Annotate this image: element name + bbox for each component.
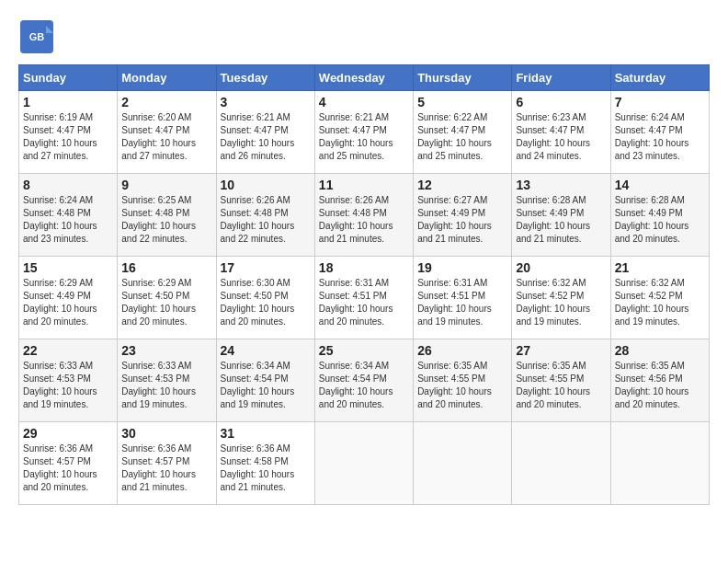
calendar-cell: 22Sunrise: 6:33 AM Sunset: 4:53 PM Dayli… bbox=[19, 339, 118, 422]
calendar-cell: 4Sunrise: 6:21 AM Sunset: 4:47 PM Daylig… bbox=[314, 91, 413, 174]
day-number: 24 bbox=[221, 343, 311, 358]
day-number: 30 bbox=[121, 426, 211, 441]
calendar-week-row: 22Sunrise: 6:33 AM Sunset: 4:53 PM Dayli… bbox=[19, 339, 710, 422]
day-info: Sunrise: 6:29 AM Sunset: 4:49 PM Dayligh… bbox=[23, 277, 113, 328]
day-number: 2 bbox=[121, 95, 211, 109]
calendar-cell: 20Sunrise: 6:32 AM Sunset: 4:52 PM Dayli… bbox=[512, 257, 610, 339]
day-number: 18 bbox=[319, 260, 409, 275]
day-info: Sunrise: 6:26 AM Sunset: 4:48 PM Dayligh… bbox=[221, 194, 311, 246]
calendar-cell: 3Sunrise: 6:21 AM Sunset: 4:47 PM Daylig… bbox=[216, 91, 314, 174]
day-info: Sunrise: 6:29 AM Sunset: 4:50 PM Dayligh… bbox=[121, 277, 211, 328]
logo-icon: GB bbox=[18, 18, 55, 55]
day-info: Sunrise: 6:24 AM Sunset: 4:47 PM Dayligh… bbox=[615, 111, 705, 163]
weekday-header: Friday bbox=[512, 65, 610, 91]
day-info: Sunrise: 6:32 AM Sunset: 4:52 PM Dayligh… bbox=[615, 277, 705, 328]
calendar-cell: 5Sunrise: 6:22 AM Sunset: 4:47 PM Daylig… bbox=[414, 91, 512, 174]
day-number: 31 bbox=[221, 426, 311, 441]
day-number: 14 bbox=[615, 178, 705, 192]
calendar-cell: 19Sunrise: 6:31 AM Sunset: 4:51 PM Dayli… bbox=[414, 257, 512, 339]
calendar-cell: 21Sunrise: 6:32 AM Sunset: 4:52 PM Dayli… bbox=[610, 257, 709, 339]
calendar-cell: 8Sunrise: 6:24 AM Sunset: 4:48 PM Daylig… bbox=[19, 174, 118, 257]
day-info: Sunrise: 6:35 AM Sunset: 4:55 PM Dayligh… bbox=[516, 360, 606, 411]
calendar-week-row: 29Sunrise: 6:36 AM Sunset: 4:57 PM Dayli… bbox=[19, 422, 710, 505]
calendar-cell: 16Sunrise: 6:29 AM Sunset: 4:50 PM Dayli… bbox=[118, 257, 216, 339]
calendar-cell: 12Sunrise: 6:27 AM Sunset: 4:49 PM Dayli… bbox=[414, 174, 512, 257]
day-number: 9 bbox=[121, 178, 211, 192]
day-info: Sunrise: 6:25 AM Sunset: 4:48 PM Dayligh… bbox=[121, 194, 211, 246]
calendar-body: 1Sunrise: 6:19 AM Sunset: 4:47 PM Daylig… bbox=[19, 91, 710, 505]
weekday-header: Tuesday bbox=[216, 65, 314, 91]
day-info: Sunrise: 6:19 AM Sunset: 4:47 PM Dayligh… bbox=[23, 111, 113, 163]
calendar-cell: 29Sunrise: 6:36 AM Sunset: 4:57 PM Dayli… bbox=[19, 422, 118, 505]
day-number: 19 bbox=[417, 260, 507, 275]
calendar-week-row: 1Sunrise: 6:19 AM Sunset: 4:47 PM Daylig… bbox=[19, 91, 710, 174]
calendar-week-row: 8Sunrise: 6:24 AM Sunset: 4:48 PM Daylig… bbox=[19, 174, 710, 257]
calendar-cell: 23Sunrise: 6:33 AM Sunset: 4:53 PM Dayli… bbox=[118, 339, 216, 422]
day-info: Sunrise: 6:36 AM Sunset: 4:57 PM Dayligh… bbox=[121, 442, 211, 494]
calendar-cell: 1Sunrise: 6:19 AM Sunset: 4:47 PM Daylig… bbox=[19, 91, 118, 174]
day-info: Sunrise: 6:35 AM Sunset: 4:55 PM Dayligh… bbox=[417, 360, 507, 411]
logo: GB bbox=[18, 18, 61, 55]
calendar-cell: 10Sunrise: 6:26 AM Sunset: 4:48 PM Dayli… bbox=[216, 174, 314, 257]
day-number: 21 bbox=[615, 260, 705, 275]
calendar-cell: 7Sunrise: 6:24 AM Sunset: 4:47 PM Daylig… bbox=[610, 91, 709, 174]
day-number: 20 bbox=[516, 260, 606, 275]
day-info: Sunrise: 6:32 AM Sunset: 4:52 PM Dayligh… bbox=[516, 277, 606, 328]
day-number: 22 bbox=[23, 343, 113, 358]
day-info: Sunrise: 6:36 AM Sunset: 4:57 PM Dayligh… bbox=[23, 442, 113, 494]
calendar-cell: 30Sunrise: 6:36 AM Sunset: 4:57 PM Dayli… bbox=[118, 422, 216, 505]
weekday-header: Sunday bbox=[19, 65, 118, 91]
calendar-cell bbox=[414, 422, 512, 505]
day-number: 10 bbox=[221, 178, 311, 192]
weekday-row: SundayMondayTuesdayWednesdayThursdayFrid… bbox=[19, 65, 710, 91]
day-number: 11 bbox=[319, 178, 409, 192]
day-number: 25 bbox=[319, 343, 409, 358]
calendar-cell: 2Sunrise: 6:20 AM Sunset: 4:47 PM Daylig… bbox=[118, 91, 216, 174]
day-number: 5 bbox=[417, 95, 507, 109]
day-info: Sunrise: 6:28 AM Sunset: 4:49 PM Dayligh… bbox=[516, 194, 606, 246]
calendar-table: SundayMondayTuesdayWednesdayThursdayFrid… bbox=[18, 64, 710, 505]
day-number: 17 bbox=[221, 260, 311, 275]
day-number: 6 bbox=[516, 95, 606, 109]
calendar-cell: 17Sunrise: 6:30 AM Sunset: 4:50 PM Dayli… bbox=[216, 257, 314, 339]
weekday-header: Wednesday bbox=[314, 65, 413, 91]
day-number: 23 bbox=[121, 343, 211, 358]
day-info: Sunrise: 6:22 AM Sunset: 4:47 PM Dayligh… bbox=[417, 111, 507, 163]
page-header: GB bbox=[18, 18, 710, 55]
calendar-week-row: 15Sunrise: 6:29 AM Sunset: 4:49 PM Dayli… bbox=[19, 257, 710, 339]
calendar-cell: 18Sunrise: 6:31 AM Sunset: 4:51 PM Dayli… bbox=[314, 257, 413, 339]
day-info: Sunrise: 6:21 AM Sunset: 4:47 PM Dayligh… bbox=[221, 111, 311, 163]
day-info: Sunrise: 6:24 AM Sunset: 4:48 PM Dayligh… bbox=[23, 194, 113, 246]
day-info: Sunrise: 6:31 AM Sunset: 4:51 PM Dayligh… bbox=[417, 277, 507, 328]
day-number: 3 bbox=[221, 95, 311, 109]
day-info: Sunrise: 6:26 AM Sunset: 4:48 PM Dayligh… bbox=[319, 194, 409, 246]
weekday-header: Saturday bbox=[610, 65, 709, 91]
calendar-cell bbox=[610, 422, 709, 505]
calendar-cell: 13Sunrise: 6:28 AM Sunset: 4:49 PM Dayli… bbox=[512, 174, 610, 257]
day-number: 15 bbox=[23, 260, 113, 275]
calendar-cell: 9Sunrise: 6:25 AM Sunset: 4:48 PM Daylig… bbox=[118, 174, 216, 257]
day-info: Sunrise: 6:20 AM Sunset: 4:47 PM Dayligh… bbox=[121, 111, 211, 163]
day-info: Sunrise: 6:30 AM Sunset: 4:50 PM Dayligh… bbox=[221, 277, 311, 328]
calendar-header: SundayMondayTuesdayWednesdayThursdayFrid… bbox=[19, 65, 710, 91]
day-info: Sunrise: 6:28 AM Sunset: 4:49 PM Dayligh… bbox=[615, 194, 705, 246]
weekday-header: Monday bbox=[118, 65, 216, 91]
day-number: 29 bbox=[23, 426, 113, 441]
calendar-cell: 6Sunrise: 6:23 AM Sunset: 4:47 PM Daylig… bbox=[512, 91, 610, 174]
day-info: Sunrise: 6:33 AM Sunset: 4:53 PM Dayligh… bbox=[23, 360, 113, 411]
day-number: 4 bbox=[319, 95, 409, 109]
day-number: 8 bbox=[23, 178, 113, 192]
day-info: Sunrise: 6:36 AM Sunset: 4:58 PM Dayligh… bbox=[221, 442, 311, 494]
calendar-cell: 31Sunrise: 6:36 AM Sunset: 4:58 PM Dayli… bbox=[216, 422, 314, 505]
calendar-cell bbox=[314, 422, 413, 505]
day-number: 27 bbox=[516, 343, 606, 358]
day-number: 16 bbox=[121, 260, 211, 275]
calendar-cell: 26Sunrise: 6:35 AM Sunset: 4:55 PM Dayli… bbox=[414, 339, 512, 422]
day-number: 28 bbox=[615, 343, 705, 358]
calendar-cell: 15Sunrise: 6:29 AM Sunset: 4:49 PM Dayli… bbox=[19, 257, 118, 339]
day-info: Sunrise: 6:23 AM Sunset: 4:47 PM Dayligh… bbox=[516, 111, 606, 163]
day-info: Sunrise: 6:35 AM Sunset: 4:56 PM Dayligh… bbox=[615, 360, 705, 411]
calendar-cell: 27Sunrise: 6:35 AM Sunset: 4:55 PM Dayli… bbox=[512, 339, 610, 422]
day-info: Sunrise: 6:21 AM Sunset: 4:47 PM Dayligh… bbox=[319, 111, 409, 163]
svg-text:GB: GB bbox=[29, 31, 45, 42]
